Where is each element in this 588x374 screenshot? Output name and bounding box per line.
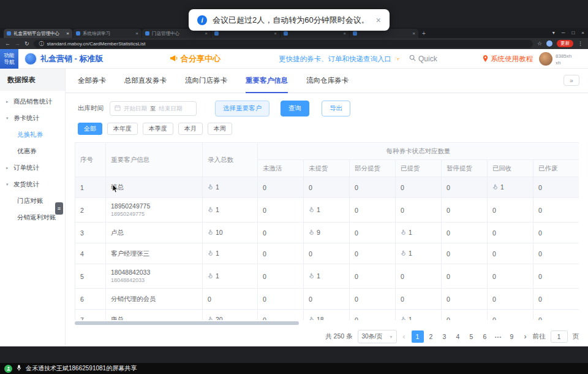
pager-page[interactable]: 3	[439, 330, 451, 343]
prev-page-button[interactable]: ‹	[402, 332, 407, 341]
count-cell: 0	[258, 310, 304, 321]
window-close-button[interactable]: ×	[581, 30, 584, 36]
browser-tab[interactable]: 礼盒营销平台管理中心×	[4, 29, 72, 38]
quick-search-button[interactable]: Quick	[409, 49, 437, 69]
pager-ellipsis[interactable]: •••	[492, 330, 505, 343]
new-tab-button[interactable]: +	[422, 30, 426, 37]
tab-close-icon[interactable]: ×	[135, 31, 138, 36]
end-date-input[interactable]: 结束日期	[159, 105, 183, 113]
sidebar-item-label: 门店对账	[17, 197, 43, 205]
url-bar[interactable]: ⓘ standard.maboy.cn/CardMemberStatistics…	[34, 40, 533, 48]
count-link[interactable]: 1	[309, 272, 320, 280]
select-customer-button[interactable]: 选择重要客户	[215, 101, 270, 116]
quick-entry-link[interactable]: 更快捷的券卡、订单和快递查询入口 ☞	[279, 49, 401, 69]
count-link[interactable]: 1	[401, 316, 412, 320]
search-button[interactable]: 查询	[281, 101, 309, 116]
forward-icon[interactable]: →	[15, 40, 20, 47]
table-row[interactable]: 6分销代理的会员00000000	[75, 289, 579, 310]
count-link[interactable]: 1	[208, 183, 219, 191]
table-row[interactable]: 5180488420331804884203310100000	[75, 264, 579, 289]
tab-close-icon[interactable]: ×	[274, 31, 277, 36]
pager-page[interactable]: 1	[412, 330, 424, 343]
sidebar-collapse-handle[interactable]: ≡	[55, 202, 63, 215]
table-row[interactable]: 2189502497751895024977510100000	[75, 198, 579, 223]
table-row[interactable]: 4客户经理张三10001000	[75, 243, 579, 264]
tutorial-link[interactable]: 系统使用教程	[483, 49, 533, 69]
count-cell: 0	[304, 289, 350, 310]
back-icon[interactable]: ←	[5, 40, 10, 47]
hand-icon	[208, 273, 214, 279]
browser-tab[interactable]: 系统培训学习×	[73, 29, 141, 38]
count-link[interactable]: 9	[309, 229, 320, 236]
date-range-input[interactable]: 开始日期 至 结束日期	[110, 101, 197, 116]
pager-page[interactable]: 4	[452, 330, 464, 343]
tab-close-icon[interactable]: ×	[343, 31, 346, 36]
table-row[interactable]: 3卢总100901000	[75, 223, 579, 243]
count-cell: 0	[350, 289, 396, 310]
sidebar-item[interactable]: 优惠券	[0, 143, 65, 159]
panel-collapse-button[interactable]: »	[564, 75, 579, 86]
tab-search-icon[interactable]: ▾	[552, 30, 555, 36]
count-link[interactable]: 1	[492, 183, 504, 191]
sidebar-item[interactable]: ▸商品销售统计	[0, 93, 65, 110]
site-info-icon[interactable]: ⓘ	[39, 40, 44, 47]
count-link[interactable]: 20	[208, 316, 223, 320]
goto-page-input[interactable]	[551, 330, 568, 343]
function-nav-button[interactable]: 功能 导航	[0, 49, 18, 69]
tab-close-icon[interactable]: ×	[412, 31, 415, 36]
page-tab[interactable]: 重要客户信息	[246, 69, 288, 93]
pager-page[interactable]: 2	[425, 330, 437, 343]
share-center-link[interactable]: 合分享中心	[170, 49, 221, 69]
browser-update-button[interactable]: 更新	[557, 40, 573, 47]
user-avatar[interactable]	[539, 52, 552, 66]
quick-range-button[interactable]: 本月	[178, 123, 203, 135]
quick-range-button[interactable]: 本年度	[107, 123, 138, 135]
count-link[interactable]: 10	[208, 229, 223, 236]
export-button[interactable]: 导出	[322, 101, 350, 116]
horizontal-scrollbar-thumb[interactable]	[75, 321, 299, 325]
pager-page[interactable]: 9	[506, 330, 518, 343]
tab-close-icon[interactable]: ×	[205, 31, 208, 36]
quick-range-button[interactable]: 本季度	[143, 123, 173, 135]
page-tab[interactable]: 全部券卡	[78, 69, 106, 93]
quick-range-button[interactable]: 全部	[78, 123, 102, 135]
count-link[interactable]: 1	[401, 229, 412, 236]
app-header: 功能 导航 礼盒营销 - 标准版 合分享中心 更快捷的券卡、订单和快递查询入口 …	[0, 49, 588, 69]
bookmark-star-icon[interactable]: ☆	[537, 40, 542, 47]
tab-close-icon[interactable]: ×	[66, 31, 69, 36]
info-icon: i	[197, 15, 207, 25]
sidebar-item[interactable]: ▾券卡统计	[0, 110, 65, 126]
maximize-button[interactable]: □	[571, 30, 575, 36]
page-size-select[interactable]: 30条/页 ▾	[358, 330, 397, 343]
status-column-header: 未激活	[258, 160, 304, 177]
count-link[interactable]: 1	[208, 272, 219, 280]
table-row[interactable]: 1韩总10000010	[75, 177, 579, 198]
page-tab[interactable]: 流向仓库券卡	[306, 69, 349, 93]
browser-profile-avatar[interactable]	[546, 40, 552, 47]
reload-icon[interactable]: ↻	[24, 40, 29, 47]
next-page-button[interactable]: ›	[523, 332, 528, 341]
page-tab[interactable]: 流向门店券卡	[185, 69, 227, 93]
count-link[interactable]: 1	[309, 206, 320, 213]
customer-name: 卢总	[111, 229, 197, 237]
count-cell: 10	[203, 223, 258, 243]
count-link[interactable]: 18	[309, 316, 324, 320]
minimize-button[interactable]: ─	[562, 30, 565, 36]
quick-range-button[interactable]: 本周	[208, 123, 232, 135]
count-link[interactable]: 1	[401, 250, 412, 257]
table-row[interactable]: 7唐总2001801000	[75, 310, 579, 321]
sidebar-item[interactable]: 兑换礼券	[0, 126, 65, 143]
sidebar-item[interactable]: ▸订单统计	[0, 159, 65, 176]
toast-close-icon[interactable]: ×	[376, 15, 381, 25]
count-link[interactable]: 1	[208, 206, 219, 213]
customer-name: 客户经理张三	[111, 250, 197, 258]
browser-menu-icon[interactable]: ⋮	[578, 40, 583, 47]
sidebar-item[interactable]: ▾发货统计	[0, 176, 65, 193]
hand-icon	[208, 184, 214, 190]
page-tab[interactable]: 总部直发券卡	[124, 69, 167, 93]
count-link[interactable]: 1	[208, 250, 219, 257]
count-cell: 0	[488, 310, 533, 321]
start-date-input[interactable]: 开始日期	[124, 105, 147, 113]
pager-page[interactable]: 6	[479, 330, 491, 343]
pager-page[interactable]: 5	[466, 330, 478, 343]
